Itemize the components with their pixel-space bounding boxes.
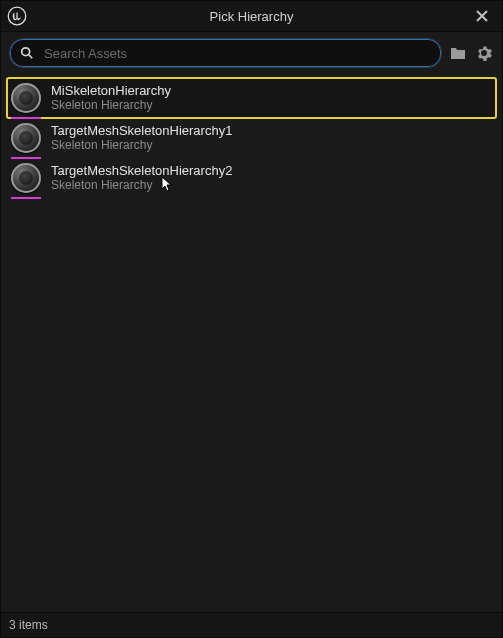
save-folder-button[interactable] <box>448 43 468 63</box>
search-icon <box>20 46 34 60</box>
settings-button[interactable] <box>474 43 494 63</box>
svg-line-2 <box>29 55 33 59</box>
item-count: 3 items <box>9 618 48 632</box>
pick-hierarchy-window: Pick Hierarchy MiSkeletonHierarchySkelet… <box>0 0 503 638</box>
asset-name: TargetMeshSkeletonHierarchy1 <box>51 123 232 138</box>
asset-type: Skeleton Hierarchy <box>51 98 171 113</box>
status-bar: 3 items <box>1 612 502 637</box>
close-icon <box>476 10 488 22</box>
skeleton-hierarchy-icon <box>11 163 41 193</box>
folder-icon <box>450 45 466 61</box>
title-bar: Pick Hierarchy <box>1 1 502 32</box>
search-input[interactable] <box>42 45 431 62</box>
asset-type: Skeleton Hierarchy <box>51 178 232 193</box>
asset-type: Skeleton Hierarchy <box>51 138 232 153</box>
window-title: Pick Hierarchy <box>35 9 468 24</box>
asset-name: TargetMeshSkeletonHierarchy2 <box>51 163 232 178</box>
skeleton-hierarchy-icon <box>11 123 41 153</box>
svg-point-1 <box>22 48 30 56</box>
asset-accent-bar <box>11 197 41 199</box>
search-row <box>1 32 502 74</box>
asset-item[interactable]: TargetMeshSkeletonHierarchy2Skeleton Hie… <box>7 158 496 198</box>
asset-text: MiSkeletonHierarchySkeleton Hierarchy <box>51 83 171 113</box>
asset-text: TargetMeshSkeletonHierarchy2Skeleton Hie… <box>51 163 232 193</box>
asset-item[interactable]: MiSkeletonHierarchySkeleton Hierarchy <box>7 78 496 118</box>
search-box[interactable] <box>9 38 442 68</box>
asset-text: TargetMeshSkeletonHierarchy1Skeleton Hie… <box>51 123 232 153</box>
asset-list[interactable]: MiSkeletonHierarchySkeleton HierarchyTar… <box>1 74 502 612</box>
skeleton-hierarchy-icon <box>11 83 41 113</box>
asset-name: MiSkeletonHierarchy <box>51 83 171 98</box>
unreal-logo-icon <box>7 6 27 26</box>
close-button[interactable] <box>468 4 496 28</box>
asset-item[interactable]: TargetMeshSkeletonHierarchy1Skeleton Hie… <box>7 118 496 158</box>
gear-icon <box>476 45 492 61</box>
